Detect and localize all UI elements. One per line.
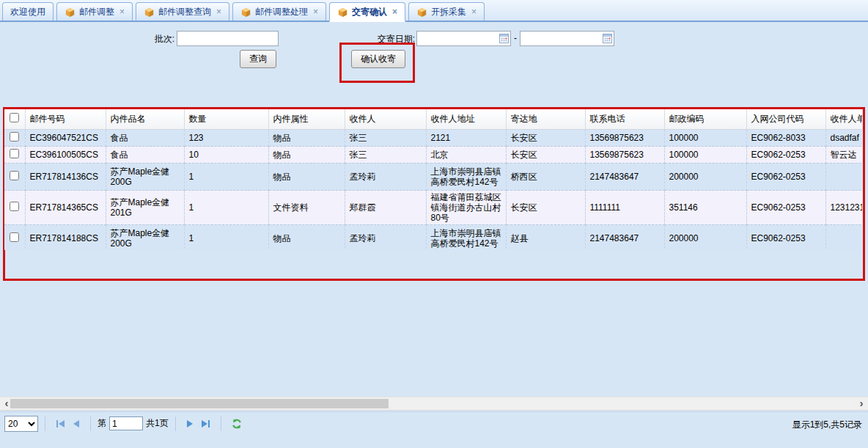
table-cell: 文件资料 — [268, 190, 345, 224]
tab-mail-adjust-process[interactable]: 邮件调整处理 × — [232, 2, 326, 21]
select-all-checkbox[interactable] — [10, 113, 19, 122]
header-cell[interactable]: 邮件号码 — [25, 109, 106, 129]
confirm-receipt-button[interactable]: 确认收寄 — [351, 50, 405, 68]
table-cell: EC9062-0253 — [746, 190, 825, 224]
header-cell[interactable]: 联系电话 — [585, 109, 664, 129]
close-icon[interactable]: × — [313, 7, 318, 16]
prev-page-button[interactable] — [73, 420, 79, 427]
row-checkbox[interactable] — [10, 171, 19, 180]
checkbox-cell — [4, 224, 25, 250]
table-cell: 张三 — [345, 129, 426, 146]
tab-delivery-confirm[interactable]: 交寄确认 × — [329, 2, 405, 22]
pager-divider — [90, 416, 91, 431]
batch-input[interactable] — [177, 31, 279, 46]
header-cell[interactable]: 邮政编码 — [664, 109, 746, 129]
table-cell: 123 — [184, 129, 268, 146]
date-to-input[interactable] — [520, 31, 614, 46]
header-cell[interactable]: 收件人单位 — [825, 109, 862, 129]
query-button[interactable]: 查询 — [240, 50, 276, 68]
table-cell: dsadfaf — [825, 129, 862, 146]
table-cell: 长安区 — [506, 190, 585, 224]
table-row[interactable]: ER717814188CS 苏产Maple金健200G 1 物品 孟玲莉 上海市… — [4, 224, 862, 250]
table-cell: 赵县 — [506, 224, 585, 250]
table-row[interactable]: EC396047521CS 食品 123 物品 张三 2121 长安区 1356… — [4, 129, 862, 146]
table-cell — [825, 224, 862, 250]
table-cell: 物品 — [268, 129, 345, 146]
table-cell: EC396047521CS — [25, 129, 106, 146]
tab-label: 开拆采集 — [431, 6, 466, 18]
header-cell[interactable]: 寄达地 — [506, 109, 585, 129]
table-cell: 1111111 — [585, 190, 664, 224]
first-page-button[interactable] — [56, 420, 65, 427]
table-cell: EC9062-0253 — [746, 224, 825, 250]
date-from-input[interactable] — [416, 31, 511, 46]
tab-welcome[interactable]: 欢迎使用 — [2, 2, 54, 21]
table-cell: 2147483647 — [585, 224, 664, 250]
table-cell: 苏产Maple金健201G — [106, 190, 184, 224]
tab-open-collect[interactable]: 开拆采集 × — [408, 2, 485, 21]
calendar-icon[interactable] — [499, 34, 509, 45]
package-icon — [337, 7, 348, 18]
grid-header-row: 邮件号码 内件品名 数量 内件属性 收件人 收件人地址 寄达地 联系电话 邮政编… — [4, 109, 862, 129]
row-checkbox[interactable] — [10, 132, 19, 142]
checkbox-cell — [4, 190, 25, 224]
table-cell: 100000 — [664, 146, 746, 163]
table-cell: 桥西区 — [506, 163, 585, 190]
calendar-icon[interactable] — [603, 34, 612, 45]
table-cell: ER717814365CS — [25, 190, 106, 224]
table-cell: 食品 — [106, 129, 184, 146]
table-cell: 孟玲莉 — [345, 163, 426, 190]
table-cell: 上海市崇明县庙镇高桥爱民村142号 — [426, 224, 506, 250]
table-row[interactable]: EC396100505CS 食品 10 物品 张三 北京 长安区 1356987… — [4, 146, 862, 163]
pager-bar: 20 第 共1页 显示1到5,共5记录 — [0, 411, 868, 435]
header-cell[interactable]: 收件人 — [345, 109, 426, 129]
tab-mail-adjust-query[interactable]: 邮件调整查询 × — [136, 2, 229, 21]
table-cell: 13569875623 — [585, 129, 664, 146]
refresh-icon[interactable] — [231, 418, 243, 430]
header-cell[interactable]: 数量 — [184, 109, 268, 129]
row-checkbox[interactable] — [10, 202, 19, 211]
table-cell: 13569875623 — [585, 146, 664, 163]
table-cell: 100000 — [664, 129, 746, 146]
batch-label: 批次: — [110, 32, 174, 46]
page-size-select[interactable]: 20 — [4, 416, 38, 432]
tab-label: 交寄确认 — [352, 6, 387, 18]
table-cell: 1 — [184, 190, 268, 224]
table-row[interactable]: ER717814365CS 苏产Maple金健201G 1 文件资料 郑群霞 福… — [4, 190, 862, 224]
table-cell: 福建省莆田荔城区镇海街道办古山村80号 — [426, 190, 506, 224]
close-icon[interactable]: × — [119, 7, 125, 16]
row-checkbox[interactable] — [10, 149, 19, 158]
close-icon[interactable]: × — [471, 7, 477, 16]
close-icon[interactable]: × — [216, 7, 221, 16]
table-cell: 物品 — [268, 146, 345, 163]
next-page-button[interactable] — [187, 420, 193, 427]
table-cell: 1 — [184, 224, 268, 250]
scroll-right-arrow-icon[interactable]: › — [856, 397, 867, 410]
header-cell[interactable]: 内件品名 — [106, 109, 184, 129]
select-all-cell — [4, 109, 25, 129]
date-from-field — [416, 31, 511, 46]
header-cell[interactable]: 入网公司代码 — [746, 109, 825, 129]
row-checkbox[interactable] — [10, 232, 19, 242]
table-cell: ER717814188CS — [25, 224, 106, 250]
table-cell: EC396100505CS — [25, 146, 106, 163]
table-cell: 物品 — [268, 163, 345, 190]
table-cell: EC9062-0253 — [746, 146, 825, 163]
table-cell: 200000 — [664, 163, 746, 190]
table-cell: EC9062-8033 — [746, 129, 825, 146]
horizontal-scrollbar-thumb[interactable] — [10, 399, 389, 408]
page-number-input[interactable] — [109, 416, 143, 430]
header-cell[interactable]: 收件人地址 — [426, 109, 506, 129]
table-row[interactable]: ER717814136CS 苏产Maple金健200G 1 物品 孟玲莉 上海市… — [4, 163, 862, 190]
page-count-label: 共1页 — [146, 417, 169, 430]
horizontal-scrollbar[interactable]: ‹ › — [0, 397, 868, 411]
package-icon — [416, 7, 427, 18]
header-cell[interactable]: 内件属性 — [268, 109, 345, 129]
table-cell: 苏产Maple金健200G — [106, 224, 184, 250]
table-cell: 北京 — [426, 146, 506, 163]
checkbox-cell — [4, 163, 25, 190]
last-page-button[interactable] — [202, 420, 210, 427]
tab-mail-adjust[interactable]: 邮件调整 × — [56, 2, 133, 21]
table-cell: 10 — [184, 146, 268, 163]
close-icon[interactable]: × — [392, 7, 397, 16]
